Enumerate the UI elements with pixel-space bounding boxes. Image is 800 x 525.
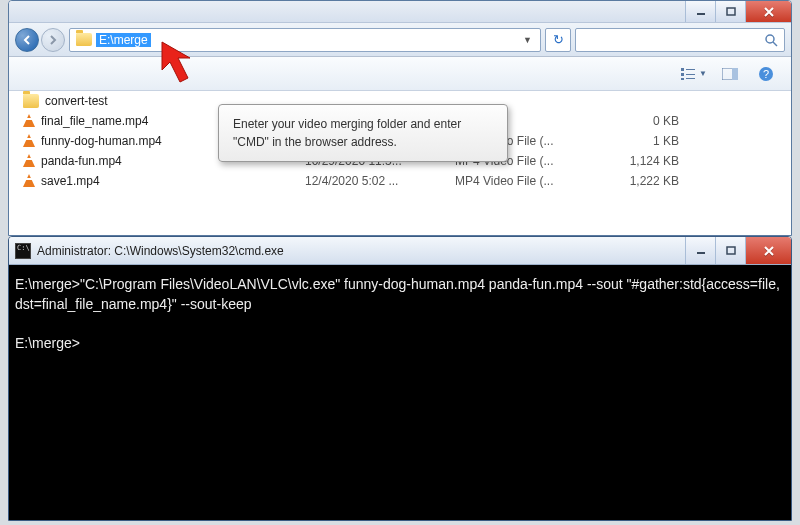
arrow-right-icon	[48, 35, 58, 45]
cmd-close-button[interactable]	[745, 237, 791, 264]
svg-rect-5	[681, 73, 684, 76]
file-name: save1.mp4	[41, 174, 305, 188]
svg-rect-1	[727, 8, 735, 15]
maximize-icon	[726, 7, 736, 17]
folder-icon	[23, 94, 39, 108]
cmd-terminal[interactable]: E:\merge>"C:\Program Files\VideoLAN\VLC\…	[9, 265, 791, 520]
file-size: 0 KB	[601, 114, 679, 128]
address-bar[interactable]: E:\merge ▼	[69, 28, 541, 52]
search-box[interactable]	[575, 28, 785, 52]
vlc-icon	[23, 114, 35, 127]
svg-rect-10	[732, 68, 738, 80]
minimize-icon	[696, 7, 706, 17]
maximize-button[interactable]	[715, 1, 745, 22]
preview-icon	[722, 68, 738, 80]
explorer-navbar: E:\merge ▼ ↻	[9, 23, 791, 57]
refresh-icon: ↻	[553, 32, 564, 47]
cmd-prompt: E:\merge>	[15, 335, 80, 351]
file-type: MP4 Video File (...	[455, 174, 601, 188]
minimize-button[interactable]	[685, 1, 715, 22]
nav-back-button[interactable]	[15, 28, 39, 52]
svg-rect-7	[681, 78, 684, 80]
svg-rect-14	[697, 252, 705, 254]
address-dropdown-icon[interactable]: ▼	[517, 35, 538, 45]
cmd-titlebar: C:\ Administrator: C:\Windows\System32\c…	[9, 237, 791, 265]
chevron-down-icon: ▼	[699, 69, 707, 78]
minimize-icon	[696, 246, 706, 256]
file-size: 1 KB	[601, 134, 679, 148]
vlc-icon	[23, 154, 35, 167]
folder-icon	[76, 33, 92, 46]
callout-text: Eneter your video merging folder and ent…	[233, 117, 461, 149]
file-size: 1,124 KB	[601, 154, 679, 168]
svg-text:?: ?	[763, 68, 769, 80]
instruction-callout: Eneter your video merging folder and ent…	[218, 104, 508, 162]
explorer-titlebar	[9, 1, 791, 23]
svg-rect-8	[686, 78, 695, 79]
view-list-icon	[681, 68, 697, 80]
address-text: E:\merge	[96, 33, 151, 47]
svg-rect-4	[686, 69, 695, 70]
cmd-maximize-button[interactable]	[715, 237, 745, 264]
cmd-system-icon: C:\	[15, 243, 31, 259]
nav-arrows	[15, 28, 65, 52]
maximize-icon	[726, 246, 736, 256]
svg-rect-15	[727, 247, 735, 254]
close-icon	[763, 7, 775, 17]
vlc-icon	[23, 174, 35, 187]
help-icon: ?	[758, 66, 774, 82]
svg-rect-0	[697, 13, 705, 15]
file-size: 1,222 KB	[601, 174, 679, 188]
help-button[interactable]: ?	[751, 63, 781, 85]
list-item[interactable]: save1.mp4 12/4/2020 5:02 ... MP4 Video F…	[9, 171, 791, 191]
cmd-minimize-button[interactable]	[685, 237, 715, 264]
arrow-left-icon	[22, 35, 32, 45]
svg-rect-6	[686, 74, 695, 75]
view-options-button[interactable]: ▼	[679, 63, 709, 85]
explorer-toolbar: ▼ ?	[9, 57, 791, 91]
cmd-window: C:\ Administrator: C:\Windows\System32\c…	[8, 236, 792, 521]
svg-marker-13	[162, 42, 190, 82]
nav-forward-button[interactable]	[41, 28, 65, 52]
svg-point-2	[766, 35, 774, 43]
close-button[interactable]	[745, 1, 791, 22]
svg-rect-3	[681, 68, 684, 71]
file-date: 12/4/2020 5:02 ...	[305, 174, 455, 188]
cmd-title: Administrator: C:\Windows\System32\cmd.e…	[37, 244, 284, 258]
cmd-line: E:\merge>"C:\Program Files\VideoLAN\VLC\…	[15, 276, 780, 312]
close-icon	[763, 246, 775, 256]
annotation-arrow-icon	[160, 40, 210, 100]
refresh-button[interactable]: ↻	[545, 28, 571, 52]
vlc-icon	[23, 134, 35, 147]
preview-pane-button[interactable]	[715, 63, 745, 85]
search-icon	[764, 33, 778, 47]
